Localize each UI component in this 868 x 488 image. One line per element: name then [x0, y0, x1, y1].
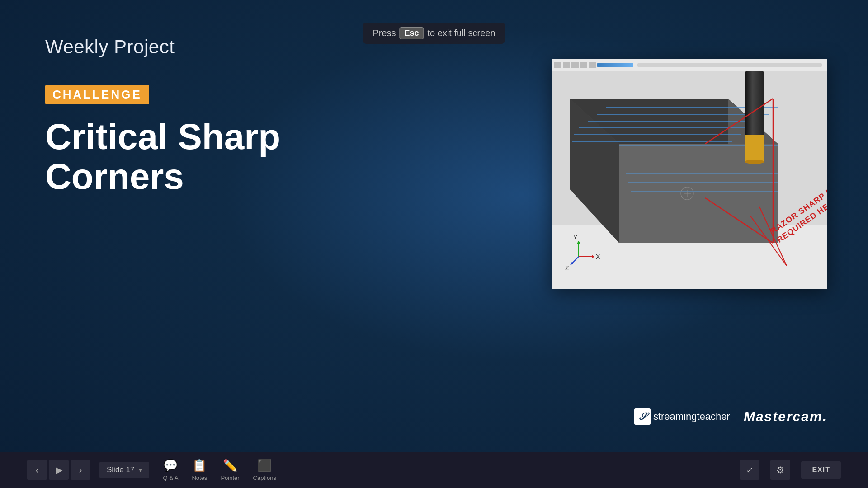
main-slide-title: Critical Sharp Corners	[45, 117, 307, 197]
esc-key: Esc	[400, 27, 424, 39]
title-line-2: Corners	[45, 156, 184, 197]
slide-chevron-icon: ▾	[139, 466, 142, 474]
cad-viewport: RAZOR SHARP EDGES REQUIRED HERE X Y Z	[552, 71, 827, 289]
slide-number: Slide 17	[107, 465, 134, 474]
captions-icon: ⬛	[257, 459, 272, 473]
challenge-badge: CHALLENGE	[45, 85, 149, 104]
cad-toolbar-btn-1	[554, 62, 561, 68]
cad-toolbar-btn-3	[571, 62, 579, 68]
expand-button[interactable]: ⤢	[740, 460, 760, 480]
prev-button[interactable]: ‹	[27, 460, 47, 480]
notes-label: Notes	[192, 474, 207, 481]
svg-rect-20	[745, 71, 764, 139]
cad-toolbar-btn-5	[589, 62, 596, 68]
cad-toolbar-progress	[637, 63, 822, 67]
qa-label: Q & A	[163, 474, 178, 481]
slide-indicator[interactable]: Slide 17 ▾	[99, 462, 149, 478]
pointer-tool[interactable]: ✏️ Pointer	[221, 459, 239, 481]
cad-toolbar-btn-4	[580, 62, 587, 68]
toolbar-tools: 💬 Q & A 📋 Notes ✏️ Pointer ⬛ Captions	[163, 459, 276, 481]
next-button[interactable]: ›	[71, 460, 90, 480]
settings-button[interactable]: ⚙	[770, 460, 790, 480]
cad-3d-view: RAZOR SHARP EDGES REQUIRED HERE X Y Z	[552, 71, 827, 289]
captions-label: Captions	[253, 474, 276, 481]
cad-toolbar-slider	[597, 63, 633, 67]
qa-tool[interactable]: 💬 Q & A	[163, 459, 178, 481]
notes-icon: 📋	[192, 459, 207, 473]
weekly-project-title: Weekly Project	[45, 36, 307, 58]
pointer-label: Pointer	[221, 474, 239, 481]
st-icon: 𝒮	[634, 408, 651, 425]
pointer-icon: ✏️	[223, 459, 237, 473]
qa-icon: 💬	[163, 459, 178, 473]
left-content-area: Weekly Project CHALLENGE Critical Sharp …	[45, 36, 307, 197]
svg-text:X: X	[596, 253, 600, 260]
notes-tool[interactable]: 📋 Notes	[192, 459, 207, 481]
exit-button[interactable]: EXIT	[801, 461, 841, 479]
navigation-buttons: ‹ ▶ ›	[27, 460, 90, 480]
streaming-teacher-text: streamingteacher	[653, 411, 730, 422]
svg-point-22	[745, 160, 764, 164]
streaming-teacher-logo: 𝒮 streamingteacher	[634, 408, 730, 425]
svg-text:Z: Z	[565, 264, 569, 272]
cad-toolbar-btn-2	[563, 62, 570, 68]
bottom-toolbar: ‹ ▶ › Slide 17 ▾ 💬 Q & A 📋 Notes ✏️ Poin…	[0, 452, 868, 488]
action-text: to exit full screen	[428, 28, 495, 38]
toolbar-right: ⤢ ⚙ EXIT	[740, 460, 841, 480]
svg-text:Y: Y	[573, 234, 578, 241]
title-line-1: Critical Sharp	[45, 117, 280, 157]
logos-area: 𝒮 streamingteacher Mastercam.	[634, 408, 827, 425]
svg-rect-21	[745, 135, 764, 162]
captions-tool[interactable]: ⬛ Captions	[253, 459, 276, 481]
cad-toolbar	[552, 59, 827, 71]
mastercam-logo: Mastercam.	[744, 409, 827, 424]
cad-screenshot: RAZOR SHARP EDGES REQUIRED HERE X Y Z	[552, 59, 827, 289]
esc-hint-bar: Press Esc to exit full screen	[363, 23, 505, 44]
press-text: Press	[373, 28, 396, 38]
play-button[interactable]: ▶	[49, 460, 69, 480]
